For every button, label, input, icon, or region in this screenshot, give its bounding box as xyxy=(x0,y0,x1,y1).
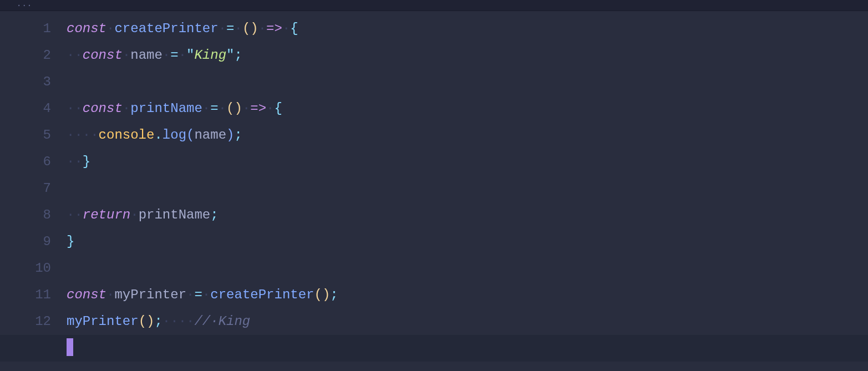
line-number: 6 xyxy=(0,149,51,175)
code-line[interactable] xyxy=(67,255,868,282)
code-line[interactable] xyxy=(67,69,868,95)
code-line[interactable]: ··return·printName; xyxy=(67,202,868,228)
code-line[interactable]: ··const·printName·=·()·=>·{ xyxy=(67,95,868,122)
code-line[interactable]: ··const·name·=·"King"; xyxy=(67,42,868,69)
line-number: 11 xyxy=(0,282,51,308)
line-number: 8 xyxy=(0,202,51,228)
line-number: 9 xyxy=(0,228,51,255)
line-number: 1 xyxy=(0,16,51,42)
code-line[interactable] xyxy=(67,175,868,202)
code-line[interactable]: const·createPrinter·=·()·=>·{ xyxy=(67,16,868,42)
code-line[interactable]: ··} xyxy=(67,149,868,175)
line-number: 12 xyxy=(0,308,51,335)
code-line[interactable]: ····console.log(name); xyxy=(67,122,868,149)
editor[interactable]: 1 2 3 4 5 6 7 8 9 10 11 12 13 const·crea… xyxy=(0,11,868,371)
line-number: 4 xyxy=(0,95,51,122)
code-line[interactable]: const·myPrinter·=·createPrinter(); xyxy=(67,282,868,308)
code-line[interactable]: } xyxy=(67,228,868,255)
line-number: 5 xyxy=(0,122,51,149)
line-number: 7 xyxy=(0,175,51,202)
line-number: 3 xyxy=(0,69,51,95)
line-number-gutter: 1 2 3 4 5 6 7 8 9 10 11 12 13 xyxy=(0,16,67,371)
line-number: 2 xyxy=(0,42,51,69)
line-number: 10 xyxy=(0,255,51,282)
code-line[interactable]: myPrinter();····//·King xyxy=(67,308,868,335)
tab-bar: ··· xyxy=(0,0,868,11)
code-content[interactable]: const·createPrinter·=·()·=>·{ ··const·na… xyxy=(67,16,868,371)
cursor-icon xyxy=(67,338,73,356)
code-line-active[interactable] xyxy=(0,335,868,362)
